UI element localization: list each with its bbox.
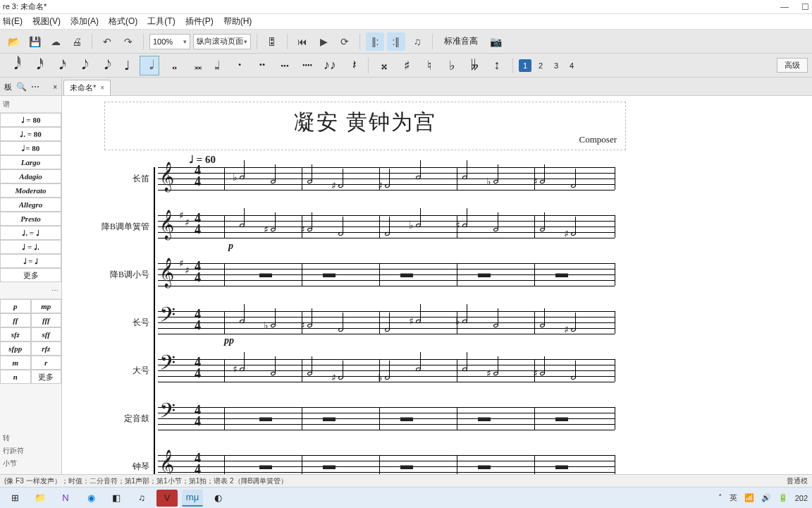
tempo-item[interactable]: Largo [0, 155, 61, 169]
redo-icon[interactable]: ↷ [119, 32, 137, 51]
dyn-item[interactable]: sff [31, 327, 62, 341]
repeat-end-icon[interactable]: :‖ [387, 32, 405, 51]
dot-2[interactable]: •• [252, 56, 272, 75]
open-icon[interactable]: 📂 [4, 32, 23, 51]
note-8th[interactable]: 𝅘𝅥𝅮 [72, 56, 92, 75]
dot-1[interactable]: • [230, 56, 250, 75]
dyn-item[interactable]: r [31, 356, 62, 370]
repeat-start-icon[interactable]: ‖: [366, 32, 384, 51]
staff-6[interactable]: 钟琴𝄞44▬▬▬▬▬ [104, 445, 626, 474]
whole-rest[interactable]: ▬ [478, 266, 491, 281]
dyn-more[interactable]: 更多 [31, 370, 62, 384]
dyn-item[interactable]: m [0, 356, 31, 370]
double-flat-icon[interactable]: 𝄫 [465, 56, 484, 75]
onenote-icon[interactable]: N [55, 490, 76, 507]
whole-rest[interactable]: ▬ [400, 410, 413, 425]
dynamic-pp[interactable]: pp [224, 335, 234, 346]
dyn-item[interactable]: mp [31, 299, 62, 313]
dyn-item[interactable]: n [0, 370, 31, 384]
more-icon[interactable]: ⋯ [31, 82, 39, 92]
score-title[interactable]: 凝安 黄钟为宫 [105, 108, 625, 137]
rewind-icon[interactable]: ⏮ [293, 32, 312, 51]
dyn-item[interactable]: sfz [0, 327, 31, 341]
view-mode-select[interactable]: 纵向滚动页面 [193, 34, 251, 49]
whole-rest[interactable]: ▬ [555, 458, 568, 473]
metronome-icon[interactable]: ♫ [408, 32, 426, 51]
whole-rest[interactable]: ▬ [555, 410, 568, 425]
whole-rest[interactable]: ▬ [323, 410, 336, 425]
app-icon[interactable]: ◐ [207, 490, 228, 507]
close-tab-icon[interactable]: × [100, 84, 104, 92]
battery-icon[interactable]: 🔋 [778, 493, 788, 502]
staff-1[interactable]: 降B调单簧管𝄞♯♯44♯♯♭♯♯p [104, 205, 626, 250]
rest-icon[interactable]: 𝄽 [343, 56, 362, 75]
tempo-item[interactable]: ♩ = ♩ [0, 254, 61, 268]
whole-rest[interactable]: ▬ [555, 266, 568, 281]
whole-rest[interactable]: ▬ [478, 458, 491, 473]
explorer-icon[interactable]: 📁 [30, 490, 51, 507]
whole-rest[interactable]: ▬ [259, 266, 272, 281]
palette-tab-icon[interactable]: 板 [4, 82, 12, 92]
dyn-item[interactable]: ff [0, 313, 31, 327]
note-32nd[interactable]: 𝅘𝅥𝅰 [27, 56, 47, 75]
app-icon[interactable]: ♫ [131, 490, 152, 507]
tempo-item[interactable]: Moderato [0, 183, 61, 198]
note-16th[interactable]: 𝅘𝅥𝅯 [49, 56, 69, 75]
edge-icon[interactable]: ◉ [80, 490, 102, 507]
note-half[interactable]: 𝅗𝅥 [140, 56, 159, 75]
menu-view[interactable]: 视图(V) [32, 16, 61, 28]
note-8th-b[interactable]: 𝅘𝅥𝅮 [94, 56, 114, 75]
tie-icon[interactable]: ♪♪ [320, 56, 340, 75]
dot-4[interactable]: •••• [297, 56, 317, 75]
voice-2[interactable]: 2 [534, 59, 547, 72]
sidebar-foot-item[interactable]: 转 [3, 432, 59, 445]
tempo-item[interactable]: ♩ = 80 [0, 113, 61, 127]
undo-icon[interactable]: ↶ [98, 32, 116, 51]
voice-1[interactable]: 1 [519, 59, 531, 72]
menu-format[interactable]: 格式(O) [109, 16, 137, 28]
cloud-icon[interactable]: ☁ [47, 32, 65, 51]
minimize-button[interactable]: — [780, 2, 789, 12]
whole-rest[interactable]: ▬ [259, 458, 272, 473]
staff-5[interactable]: 定音鼓𝄢44▬▬▬▬▬ [104, 397, 626, 442]
tempo-item[interactable]: Allegro [0, 198, 61, 212]
note-quarter[interactable]: ♩ [117, 56, 137, 75]
volume-icon[interactable]: 🔊 [761, 493, 771, 502]
document-tab[interactable]: 未命名* × [63, 80, 111, 95]
tempo-item[interactable]: Presto [0, 212, 61, 226]
palette-close-icon[interactable]: × [53, 83, 57, 91]
loop-icon[interactable]: ⟳ [336, 32, 354, 51]
voice-4[interactable]: 4 [565, 59, 578, 72]
whole-rest[interactable]: ▬ [400, 458, 413, 473]
menu-tools[interactable]: 工具(T) [147, 16, 175, 28]
flat-icon[interactable]: ♭ [442, 56, 462, 75]
tempo-item[interactable]: ♩ = ♩. [0, 240, 61, 254]
menu-edit[interactable]: 辑(E) [3, 16, 23, 28]
voice-3[interactable]: 3 [550, 59, 562, 72]
staff-4[interactable]: 大号𝄢44♯♯♭♯♯ [104, 349, 626, 394]
tray-chevron-icon[interactable]: ˄ [718, 493, 722, 502]
advanced-button[interactable]: 高级 [777, 58, 808, 73]
search-icon[interactable]: 🔍 [16, 82, 27, 92]
title-frame[interactable]: 凝安 黄钟为宫 Composer [104, 102, 626, 150]
natural-icon[interactable]: ♮ [419, 56, 439, 75]
tempo-item[interactable]: ♩. = ♩ [0, 226, 61, 240]
note-longa[interactable]: 𝆷 [207, 56, 227, 75]
note-breve[interactable]: 𝅜 [185, 56, 204, 75]
tempo-item[interactable]: Adagio [0, 169, 61, 183]
musescore-icon[interactable]: mμ [182, 490, 203, 507]
camera-icon[interactable]: 📷 [486, 32, 505, 51]
composer-label[interactable]: Composer [579, 134, 617, 145]
staff-2[interactable]: 降B调小号𝄞♯♯44▬▬▬▬▬ [104, 253, 626, 298]
clock[interactable]: 202 [795, 494, 808, 502]
whole-rest[interactable]: ▬ [478, 410, 491, 425]
whole-rest[interactable]: ▬ [400, 266, 413, 281]
zoom-select[interactable]: 100% [149, 34, 190, 49]
note-whole[interactable]: 𝅝 [162, 56, 182, 75]
app-icon[interactable]: V [156, 490, 178, 507]
wifi-icon[interactable]: 📶 [744, 493, 754, 502]
dynamic-p[interactable]: p [228, 241, 233, 252]
play-icon[interactable]: ▶ [314, 32, 333, 51]
dyn-item[interactable]: sfpp [0, 341, 31, 356]
maximize-button[interactable]: ☐ [801, 2, 809, 12]
